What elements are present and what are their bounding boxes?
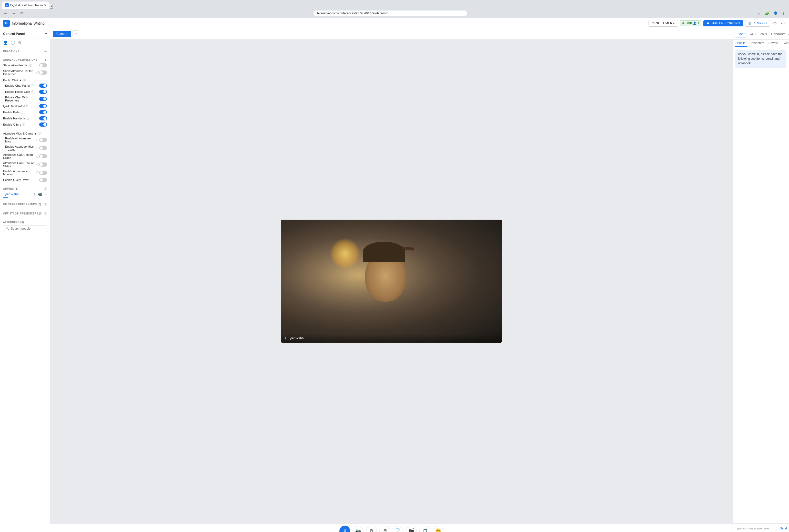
enable-polls-info-icon[interactable]: ⓘ — [20, 111, 23, 114]
reload-btn[interactable]: ↻ — [18, 10, 25, 17]
qa-info-icon[interactable]: ⓘ — [29, 104, 32, 108]
video-mic-icon: 🎙 — [284, 337, 287, 340]
audience-permissions-collapse-btn[interactable]: ▲ — [44, 58, 47, 61]
show-attendee-presenter-info-icon[interactable]: ⓘ — [36, 71, 39, 75]
show-attendee-list-toggle[interactable] — [39, 63, 47, 68]
tab-qa[interactable]: Q&A — [747, 31, 757, 37]
chat-input-placeholder[interactable]: Type your message here... — [735, 527, 780, 530]
show-attendee-presenter-toggle[interactable] — [39, 71, 47, 75]
enable-all-attendee-mics-label: Enable All Attendee Mics ⓘ — [5, 137, 39, 143]
admin-video-icon[interactable]: 📹 — [38, 192, 42, 196]
enable-attendee-mics-cams-toggle[interactable] — [39, 146, 47, 150]
attendee-mics-cams-info-icon[interactable]: ⓘ — [36, 146, 39, 150]
lucky-draw-label: Enable Lucky Draw ⓘ — [3, 178, 32, 182]
slides-toolbar-btn[interactable]: 📄 — [393, 526, 403, 532]
control-panel-title: Control Panel — [3, 32, 25, 36]
sub-tab-presenters[interactable]: Presenters — [748, 40, 767, 47]
video-toolbar-btn[interactable]: 📷 — [353, 526, 363, 532]
video-more-icon: ⋯ — [304, 337, 307, 340]
draw-slides-info-icon[interactable]: ⓘ — [36, 163, 39, 167]
admins-label: ADMINS (1) — [3, 187, 18, 190]
lucky-draw-toggle[interactable] — [39, 178, 47, 182]
logo-icon: B — [3, 20, 10, 27]
enable-offers-info-icon[interactable]: ⓘ — [22, 123, 25, 127]
media-toolbar-btn[interactable]: 🎬 — [406, 526, 417, 532]
enable-offers-toggle[interactable] — [39, 122, 47, 127]
settings-toolbar-btn[interactable]: ⚙ — [366, 526, 377, 532]
main-layout: Control Panel ▾ 👤 🕐 ⚙ REACTIONS ⋯ AUDIEN… — [0, 29, 789, 532]
private-chat-toggle[interactable] — [39, 97, 47, 101]
upload-slides-info-icon[interactable]: ⓘ — [36, 154, 39, 158]
attendee-mics-collapse-icon[interactable]: ▲ — [34, 132, 37, 135]
public-chat-collapse-icon[interactable]: ▲ — [19, 79, 22, 82]
new-tab-btn[interactable]: + — [50, 4, 53, 9]
off-stage-info-icon[interactable]: ⓘ — [44, 212, 47, 215]
screenshare-toolbar-btn[interactable]: 🖥 — [379, 526, 390, 532]
menu-btn[interactable]: ⋮ — [780, 10, 787, 16]
admin-more-icon[interactable]: ⋯ — [43, 192, 47, 196]
reactions-more-btn[interactable]: ⋯ — [44, 50, 47, 53]
music-toolbar-btn[interactable]: 🎵 — [419, 526, 430, 532]
qa-toggle[interactable] — [39, 104, 47, 108]
tab-handouts[interactable]: Handouts — [769, 31, 787, 37]
attendance-monitor-info-icon[interactable]: ⓘ — [36, 171, 39, 175]
back-btn[interactable]: ← — [2, 10, 9, 17]
enable-handouts-toggle[interactable] — [39, 116, 47, 120]
profile-btn[interactable]: 👤 — [772, 10, 779, 16]
clock-panel-icon[interactable]: 🕐 — [11, 40, 15, 45]
tab-polls[interactable]: Polls — [758, 31, 769, 37]
admin-row-tyler: Tyler Webb 🎙 📹 ⋯ — [0, 191, 50, 197]
more-options-btn[interactable]: ⋯ — [780, 20, 786, 27]
chat-expand-icon[interactable]: ⤢ — [787, 32, 789, 36]
enable-all-attendee-mics-toggle[interactable] — [39, 138, 47, 142]
forward-btn[interactable]: → — [10, 10, 17, 17]
tab-close-btn[interactable]: × — [44, 3, 46, 7]
qa-label: Q&A: Moderated ▾ ⓘ — [3, 104, 32, 108]
admins-info-icon[interactable]: ⓘ — [44, 187, 47, 191]
sub-tab-private[interactable]: Private — [767, 40, 780, 47]
emoji-toolbar-btn[interactable]: 😊 — [433, 526, 444, 532]
send-button[interactable]: Send — [780, 527, 787, 530]
reactions-section-label: REACTIONS ⋯ — [0, 48, 50, 54]
set-timer-button[interactable]: ⏱ SET TIMER ▾ — [649, 20, 678, 27]
sub-tab-twitter[interactable]: Twitter — [780, 40, 789, 47]
enable-chat-panel-toggle[interactable] — [39, 83, 47, 88]
attendees-upload-slides-toggle[interactable] — [39, 154, 47, 158]
chat-header: Chat Q&A Polls Handouts ⤢ ⋯ — [733, 29, 789, 40]
attendee-mics-info-icon[interactable]: ⓘ — [38, 131, 41, 135]
extension-btn[interactable]: 🧩 — [763, 10, 771, 16]
url-bar[interactable]: bigmarker.com/conferences/ab798d8427e2/b… — [314, 11, 467, 16]
qa-chevron-icon[interactable]: ▾ — [26, 104, 28, 108]
enable-public-chat-toggle[interactable] — [39, 90, 47, 94]
add-media-button[interactable]: + — [73, 31, 79, 37]
bookmark-btn[interactable]: ☆ — [756, 10, 762, 16]
attendees-upload-slides-label: Attendees Can Upload Slides ⓘ — [3, 153, 39, 159]
search-input[interactable] — [11, 227, 49, 230]
gear-panel-icon[interactable]: ⚙ — [18, 40, 21, 45]
search-box[interactable]: 🔍 — [3, 225, 47, 232]
all-attendee-mics-info-icon[interactable]: ⓘ — [36, 138, 39, 142]
show-attendee-info-icon[interactable]: ⓘ — [29, 63, 32, 68]
camera-mode-button[interactable]: Camera — [53, 31, 71, 37]
mic-toolbar-btn[interactable]: 🎙 — [339, 526, 350, 532]
tab-chat[interactable]: Chat — [735, 31, 747, 37]
video-name-badge: 🎙 Tyler Webb ⋯ — [284, 337, 307, 340]
public-chat-info-icon[interactable]: ⓘ — [23, 78, 26, 82]
attendance-monitor-toggle[interactable] — [39, 171, 47, 175]
attendees-upload-slides-row: Attendees Can Upload Slides ⓘ — [0, 152, 50, 160]
active-browser-tab[interactable]: B BigMarker Webinar Room × — [2, 2, 50, 9]
enable-chat-panel-info-icon[interactable]: ⓘ — [31, 84, 34, 88]
start-recording-button[interactable]: ⏺ START RECORDING — [703, 20, 743, 26]
enable-polls-toggle[interactable] — [39, 110, 47, 114]
on-stage-info-icon[interactable]: ⓘ — [44, 203, 47, 206]
sub-tab-public[interactable]: Public — [735, 40, 748, 47]
rtmp-out-button[interactable]: 📡 RTMP Out — [745, 20, 770, 27]
enable-public-chat-info-icon[interactable]: ⓘ — [31, 90, 34, 94]
settings-icon-btn[interactable]: ⚙ — [772, 20, 778, 27]
person-panel-icon[interactable]: 👤 — [3, 40, 8, 45]
lucky-draw-info-icon[interactable]: ⓘ — [30, 178, 32, 182]
enable-handouts-info-icon[interactable]: ⓘ — [27, 117, 30, 120]
attendees-draw-slides-toggle[interactable] — [39, 163, 47, 167]
control-panel-collapse-btn[interactable]: ▾ — [45, 32, 47, 36]
admin-mic-icon[interactable]: 🎙 — [33, 192, 36, 196]
